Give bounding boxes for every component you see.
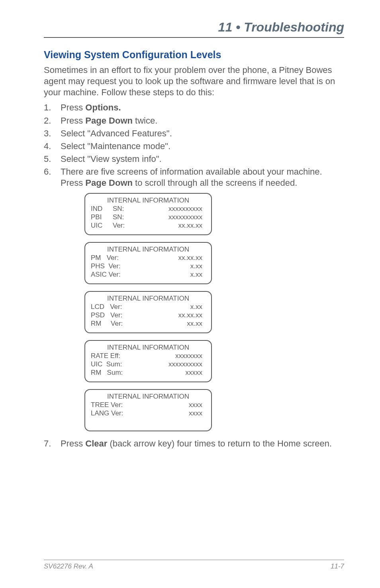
lcd-cell: PM Ver: [91, 254, 133, 262]
lcd-cell: SN: [113, 205, 133, 213]
lcd-title: INTERNAL INFORMATION [91, 196, 206, 205]
lcd-cell: PSD Ver: [91, 311, 133, 319]
lcd-cell: xxxx [133, 409, 206, 417]
lcd-cell: PHS Ver: [91, 262, 133, 270]
step-7: Press Clear (back arrow key) four times … [44, 438, 344, 449]
lcd-row: RATE Eff:xxxxxxxx [91, 352, 206, 360]
lcd-cell: xxxx [133, 401, 206, 409]
lcd-row: UICVer:xx.xx.xx [91, 221, 206, 230]
step-bold: Page Down [85, 178, 133, 188]
lcd-cell: xx.xx.xx [133, 254, 206, 262]
lcd-cell: xxxxxxxx [133, 352, 206, 360]
lcd-row: PHS Ver:x.xx [91, 262, 206, 270]
step-text: twice. [133, 116, 157, 126]
lcd-box-3: INTERNAL INFORMATION LCD Ver:x.xx PSD Ve… [84, 291, 212, 333]
lcd-title: INTERNAL INFORMATION [91, 245, 206, 254]
lcd-cell: RATE Eff: [91, 352, 133, 360]
header-rule [44, 37, 344, 38]
step-text: Press [61, 116, 85, 126]
lcd-box-2: INTERNAL INFORMATION PM Ver:xx.xx.xx PHS… [84, 242, 212, 284]
step-bold: Options. [85, 102, 121, 112]
lcd-row: ASIC Ver:x.xx [91, 270, 206, 279]
footer-doc-id: SV62276 Rev. A [44, 562, 93, 570]
lcd-cell: x.xx [133, 270, 206, 279]
lcd-row: UIC Sum:xxxxxxxxxx [91, 360, 206, 368]
lcd-cell: xxxxxxxxxx [133, 360, 206, 368]
step-6: There are five screens of information av… [44, 166, 344, 431]
step-text: (back arrow key) four times to return to… [107, 439, 332, 448]
lcd-boxes: INTERNAL INFORMATION INDSN:xxxxxxxxxx PB… [84, 193, 344, 431]
lcd-box-1: INTERNAL INFORMATION INDSN:xxxxxxxxxx PB… [84, 193, 212, 235]
step-2: Press Page Down twice. [44, 115, 344, 126]
footer-page-number: 11-7 [331, 562, 344, 570]
section-heading: Viewing System Configuration Levels [44, 49, 344, 61]
lcd-cell: LANG Ver: [91, 409, 133, 417]
lcd-cell: Ver: [113, 221, 133, 230]
step-5: Select "View system info". [44, 153, 344, 165]
steps-list: Press Options. Press Page Down twice. Se… [44, 102, 344, 449]
lcd-cell: UIC Sum: [91, 360, 133, 368]
step-4: Select "Maintenance mode". [44, 141, 344, 152]
step-text: Press [61, 102, 85, 112]
lcd-cell: PBI [91, 213, 113, 221]
lcd-cell: x.xx [133, 303, 206, 311]
lcd-row: PBISN:xxxxxxxxxx [91, 213, 206, 221]
lcd-cell: SN: [113, 213, 133, 221]
lcd-cell: LCD Ver: [91, 303, 133, 311]
lcd-title: INTERNAL INFORMATION [91, 392, 206, 401]
page-footer: SV62276 Rev. A 11-7 [44, 560, 344, 570]
step-bold: Clear [85, 439, 107, 448]
step-text: Press [61, 439, 85, 448]
chapter-title: 11 • Troubleshooting [44, 20, 344, 35]
lcd-row: TREE Ver:xxxx [91, 401, 206, 409]
step-text: to scroll through all the screens if nee… [133, 178, 297, 188]
lcd-row: INDSN:xxxxxxxxxx [91, 205, 206, 213]
step-3: Select "Advanced Features". [44, 128, 344, 139]
lcd-cell: IND [91, 205, 113, 213]
lcd-cell: x.xx [133, 262, 206, 270]
step-1: Press Options. [44, 102, 344, 113]
lcd-row: PSD Ver:xx.xx.xx [91, 311, 206, 319]
lcd-row: LANG Ver:xxxx [91, 409, 206, 417]
lcd-title: INTERNAL INFORMATION [91, 294, 206, 303]
lcd-cell: RM Ver: [91, 319, 133, 328]
lcd-cell: xxxxxxxxxx [133, 213, 206, 221]
lcd-cell: UIC [91, 221, 113, 230]
lcd-title: INTERNAL INFORMATION [91, 343, 206, 352]
lcd-row: LCD Ver:x.xx [91, 303, 206, 311]
lcd-cell: ASIC Ver: [91, 270, 133, 279]
intro-paragraph: Sometimes in an effort to fix your probl… [44, 65, 344, 98]
lcd-row: RM Sum:xxxxx [91, 368, 206, 377]
lcd-cell: xxxxx [133, 368, 206, 377]
lcd-row: RM Ver:xx.xx [91, 319, 206, 328]
lcd-box-4: INTERNAL INFORMATION RATE Eff:xxxxxxxx U… [84, 340, 212, 382]
lcd-box-5: INTERNAL INFORMATION TREE Ver:xxxx LANG … [84, 389, 212, 431]
lcd-cell: xx.xx [133, 319, 206, 328]
lcd-cell: xx.xx.xx [133, 221, 206, 230]
lcd-row: PM Ver:xx.xx.xx [91, 254, 206, 262]
lcd-cell: RM Sum: [91, 368, 133, 377]
lcd-cell: xxxxxxxxxx [133, 205, 206, 213]
lcd-cell: TREE Ver: [91, 401, 133, 409]
lcd-cell: xx.xx.xx [133, 311, 206, 319]
footer-rule [44, 560, 344, 560]
step-bold: Page Down [85, 116, 133, 126]
